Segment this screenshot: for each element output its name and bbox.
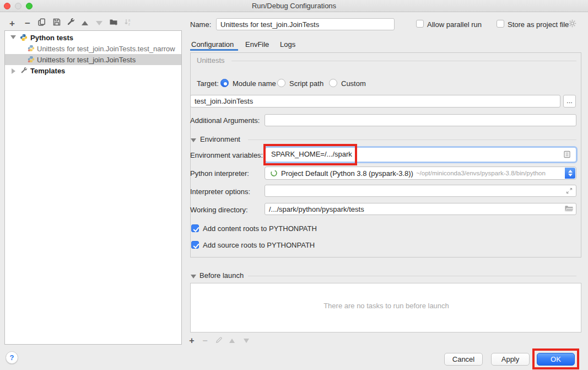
python-interpreter-select[interactable]: Project Default (Python 3.8 (pyspark-3.8… [265, 167, 576, 180]
save-configuration-button[interactable] [51, 18, 62, 29]
configurations-tree: Python tests Unittests for test_join.Joi… [4, 30, 182, 345]
chevron-down-icon[interactable] [10, 35, 16, 39]
edit-templates-button[interactable] [66, 18, 77, 29]
edit-task-button [213, 335, 224, 346]
interpreter-options-input[interactable] [265, 185, 576, 197]
add-task-button[interactable]: + [186, 335, 197, 346]
window-title: Run/Debug Configurations [0, 0, 588, 12]
before-launch-empty-text: There are no tasks to run before launch [191, 302, 582, 310]
target-custom-label: Custom [341, 79, 366, 88]
tab-logs[interactable]: Logs [280, 40, 295, 49]
python-interpreter-value: Project Default (Python 3.8 (pyspark-3.8… [281, 169, 413, 178]
unittests-group-title: Unittests [197, 56, 225, 65]
sort-configurations-button: az [122, 18, 133, 29]
pencil-icon [215, 336, 223, 346]
expand-icon[interactable] [565, 187, 573, 197]
plus-icon: + [9, 19, 15, 28]
add-source-roots-checkbox[interactable] [191, 241, 199, 249]
remove-configuration-button[interactable]: − [22, 18, 33, 29]
wrench-icon [67, 18, 75, 29]
tree-item-templates[interactable]: Templates [5, 65, 181, 76]
target-label: Target: [197, 79, 219, 88]
minimize-button[interactable] [15, 3, 21, 9]
active-tab-indicator [190, 49, 238, 51]
working-directory-label: Working directory: [190, 206, 248, 214]
add-configuration-button[interactable]: + [7, 18, 18, 29]
minus-icon: − [25, 19, 30, 28]
annotation-box-env-vars [263, 144, 357, 165]
tree-item-config-narrow[interactable]: Unittests for test_join.JoinTests.test_n… [5, 43, 181, 54]
tree-item-label: Unittests for test_join.JoinTests.test_n… [37, 45, 175, 53]
module-name-input[interactable] [190, 95, 560, 108]
environment-collapse-icon[interactable] [191, 138, 196, 142]
new-folder-button[interactable] [108, 18, 119, 29]
store-as-project-file-label: Store as project file [508, 20, 569, 29]
remove-task-button: − [199, 335, 211, 346]
svg-text:a: a [128, 18, 131, 22]
tree-item-label: Unittests for test_join.JoinTests [37, 56, 136, 64]
move-up-icon [82, 21, 88, 25]
allow-parallel-run-checkbox[interactable] [416, 20, 424, 28]
environment-variables-label: Environment variables: [190, 151, 263, 159]
help-button[interactable]: ? [6, 351, 18, 364]
tab-configuration[interactable]: Configuration [191, 40, 234, 49]
new-folder-icon [109, 18, 118, 29]
working-directory-input[interactable] [265, 203, 576, 215]
cancel-button[interactable]: Cancel [444, 353, 483, 366]
move-down-icon [96, 21, 103, 25]
title-bar: Run/Debug Configurations [0, 0, 588, 12]
conda-env-icon [270, 169, 278, 177]
target-script-path-label: Script path [289, 79, 323, 88]
chevron-right-icon[interactable] [12, 68, 15, 74]
tree-item-python-tests[interactable]: Python tests [5, 32, 181, 43]
combo-chevrons-icon[interactable] [565, 168, 575, 179]
group-divider [231, 61, 576, 61]
move-task-down-button [241, 335, 252, 346]
add-content-roots-label: Add content roots to PYTHONPATH [203, 224, 317, 233]
target-custom-radio[interactable] [329, 79, 337, 87]
additional-arguments-input[interactable] [265, 114, 576, 126]
store-as-project-file-checkbox[interactable] [497, 20, 504, 28]
move-task-up-button [226, 335, 238, 346]
folder-icon[interactable] [564, 205, 574, 215]
target-script-path-radio[interactable] [277, 79, 285, 87]
move-down-button [94, 18, 105, 29]
zoom-button[interactable] [26, 3, 33, 9]
name-input[interactable] [216, 18, 395, 30]
interpreter-options-label: Interpreter options: [190, 187, 250, 196]
svg-text:z: z [128, 22, 130, 26]
copy-configuration-button[interactable] [36, 18, 47, 29]
before-launch-collapse-icon[interactable] [191, 275, 196, 278]
section-divider [248, 140, 576, 140]
gear-icon[interactable] [568, 19, 577, 30]
tree-item-config-selected[interactable]: Unittests for test_join.JoinTests [5, 54, 181, 65]
name-label: Name: [190, 20, 211, 29]
before-launch-section-title[interactable]: Before launch [199, 271, 244, 280]
python-test-icon [28, 56, 35, 65]
add-content-roots-checkbox[interactable] [191, 224, 199, 232]
python-test-icon [28, 45, 35, 53]
tree-item-label: Python tests [30, 34, 73, 42]
python-interpreter-label: Python interpreter: [190, 169, 249, 178]
close-button[interactable] [4, 3, 10, 9]
browse-button[interactable]: ... [563, 95, 576, 108]
env-vars-list-icon[interactable] [563, 150, 571, 161]
target-module-name-label: Module name [233, 79, 276, 88]
annotation-box-ok [532, 348, 579, 369]
before-launch-task-list: There are no tasks to run before launch [190, 283, 581, 333]
environment-section-title[interactable]: Environment [200, 135, 240, 143]
allow-parallel-run-label: Allow parallel run [427, 20, 482, 29]
python-interpreter-path: ~/opt/miniconda3/envs/pyspark-3.8/bin/py… [416, 170, 546, 176]
sort-alpha-icon: az [123, 18, 132, 29]
tab-envfile[interactable]: EnvFile [245, 40, 269, 49]
python-icon [20, 34, 28, 43]
move-up-button[interactable] [79, 18, 90, 29]
save-icon [52, 18, 61, 29]
apply-button[interactable]: Apply [491, 353, 530, 366]
section-divider [248, 276, 576, 276]
wrench-icon [20, 67, 28, 76]
add-source-roots-label: Add source roots to PYTHONPATH [203, 241, 315, 249]
tree-item-label: Templates [30, 67, 65, 75]
copy-icon [37, 18, 46, 29]
target-module-name-radio[interactable] [220, 79, 229, 87]
